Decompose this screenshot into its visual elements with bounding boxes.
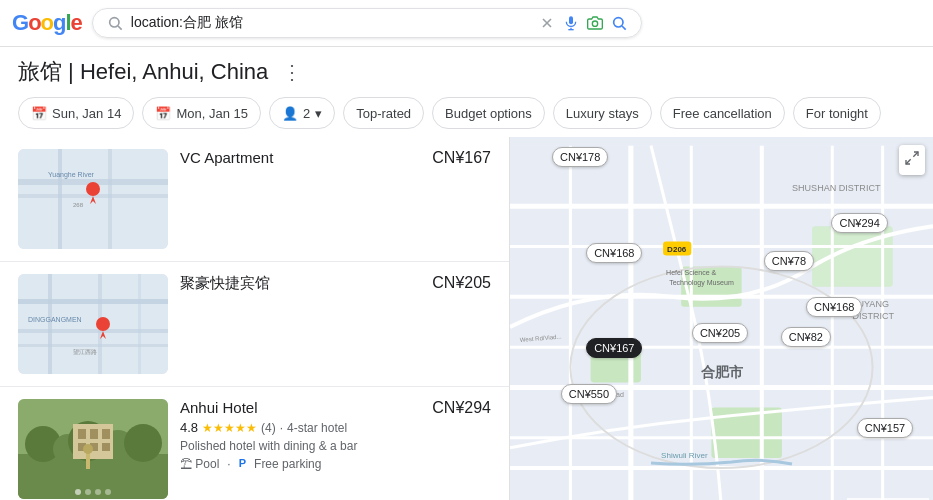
main-layout: Yuanghe River 268 VC Apartment CN¥167 [0,137,933,500]
hotel-card-vc-apartment[interactable]: Yuanghe River 268 VC Apartment CN¥167 [0,137,509,262]
hotel-name-2: 聚豪快捷宾馆 [180,274,270,293]
guests-filter[interactable]: 👤 2 ▾ [269,97,335,129]
svg-point-44 [75,489,81,495]
hotel-reviews: (4) [261,421,276,435]
svg-point-47 [105,489,111,495]
svg-text:268: 268 [73,202,84,208]
hotel-card-julhao[interactable]: DINGGANGMEN 望江西路 聚豪快捷宾馆 CN¥205 [0,262,509,387]
camera-search-button[interactable] [587,15,603,31]
svg-rect-14 [108,149,112,249]
hotel-photo-3 [18,399,168,499]
hotel-price-1: CN¥167 [432,149,491,167]
budget-options-filter[interactable]: Budget options [432,97,545,129]
svg-line-1 [118,26,122,30]
hotel-name-1: VC Apartment [180,149,273,166]
svg-rect-36 [78,429,86,439]
svg-point-8 [614,18,623,27]
price-pin-4[interactable]: CN¥78 [764,251,814,271]
checkout-label: Mon, Jan 15 [176,106,248,121]
svg-text:SHUSHAN DISTRICT: SHUSHAN DISTRICT [792,183,881,193]
svg-text:合肥市: 合肥市 [700,364,744,380]
svg-text:Shiwuli River: Shiwuli River [661,451,708,460]
svg-line-79 [906,159,911,164]
checkout-filter[interactable]: 📅 Mon, Jan 15 [142,97,261,129]
svg-rect-20 [18,329,168,333]
svg-point-17 [86,182,100,196]
page-title-area: 旅馆 | Hefei, Anhui, China ⋮ [0,47,933,93]
price-pin-3[interactable]: CN¥294 [831,213,887,233]
svg-rect-38 [102,429,110,439]
parking-icon: P [239,457,246,471]
amenity-dot: · [227,457,230,471]
hotel-stars: ★★★★★ [202,421,257,435]
hotel-card-anhui[interactable]: Anhui Hotel CN¥294 4.8 ★★★★★ (4) · 4-sta… [0,387,509,500]
svg-text:DINGGANGMEN: DINGGANGMEN [28,316,82,323]
hotel-map-thumb-2: DINGGANGMEN 望江西路 [18,274,168,374]
header: Google [0,0,933,47]
svg-point-34 [124,424,162,462]
price-pin-9[interactable]: CN¥550 [561,384,617,404]
hotel-info-2: 聚豪快捷宾馆 CN¥205 [180,274,491,293]
hotel-separator: · [280,421,283,435]
clear-button[interactable] [539,15,555,31]
price-pin-5[interactable]: CN¥168 [806,297,862,317]
checkin-label: Sun, Jan 14 [52,106,121,121]
search-bar [92,8,642,38]
free-cancellation-filter[interactable]: Free cancellation [660,97,785,129]
svg-point-46 [95,489,101,495]
voice-search-button[interactable] [563,15,579,31]
page-title: 旅馆 | Hefei, Anhui, China [18,57,268,87]
price-pin-1[interactable]: CN¥178 [552,147,608,167]
svg-rect-22 [48,274,52,374]
svg-text:望江西路: 望江西路 [73,348,97,355]
hotel-description: Polished hotel with dining & a bar [180,439,491,453]
top-rated-filter[interactable]: Top-rated [343,97,424,129]
svg-rect-37 [90,429,98,439]
parking-amenity: Free parking [254,457,321,471]
hotel-rating: 4.8 [180,420,198,435]
svg-line-9 [622,26,626,30]
svg-rect-18 [18,274,168,374]
map-panel: SHUSHAN DISTRICT LUYANG DISTRICT 合肥市 Shi… [510,137,933,500]
price-pin-2[interactable]: CN¥168 [586,243,642,263]
person-icon: 👤 [282,106,298,121]
luxury-stays-filter[interactable]: Luxury stays [553,97,652,129]
svg-rect-21 [18,344,168,347]
svg-rect-24 [138,274,141,374]
svg-rect-13 [58,149,62,249]
google-logo: Google [12,10,82,36]
svg-line-78 [913,152,918,157]
search-input[interactable] [131,15,531,31]
hotel-info-3: Anhui Hotel CN¥294 4.8 ★★★★★ (4) · 4-sta… [180,399,491,471]
price-pin-8[interactable]: CN¥82 [781,327,831,347]
chevron-down-icon: ▾ [315,106,322,121]
hotel-amenities: ⛱ Pool · P Free parking [180,457,491,471]
hotel-price-2: CN¥205 [432,274,491,292]
checkin-filter[interactable]: 📅 Sun, Jan 14 [18,97,134,129]
svg-point-43 [83,444,93,454]
svg-point-7 [592,21,597,26]
hotel-info-1: VC Apartment CN¥167 [180,149,491,167]
more-options-button[interactable]: ⋮ [276,58,308,86]
svg-text:Hefei Science &: Hefei Science & [666,269,716,276]
svg-rect-4 [569,16,573,24]
filter-bar: 📅 Sun, Jan 14 📅 Mon, Jan 15 👤 2 ▾ Top-ra… [0,93,933,137]
svg-point-27 [96,317,110,331]
map-expand-button[interactable] [899,145,925,175]
svg-text:D206: D206 [667,245,687,254]
price-pin-7[interactable]: CN¥205 [692,323,748,343]
svg-rect-19 [18,299,168,304]
calendar-icon-2: 📅 [155,106,171,121]
search-submit-button[interactable] [611,15,627,31]
price-pin-6[interactable]: CN¥167 [586,338,642,358]
price-pin-10[interactable]: CN¥157 [857,418,913,438]
svg-text:Yuanghe River: Yuanghe River [48,171,95,179]
for-tonight-filter[interactable]: For tonight [793,97,881,129]
svg-text:Technology Museum: Technology Museum [669,279,734,287]
calendar-icon: 📅 [31,106,47,121]
hotel-category: 4-star hotel [287,421,347,435]
hotel-name-3: Anhui Hotel [180,399,258,416]
pool-amenity: ⛱ Pool [180,457,219,471]
guests-label: 2 [303,106,310,121]
map-background: SHUSHAN DISTRICT LUYANG DISTRICT 合肥市 Shi… [510,137,933,500]
